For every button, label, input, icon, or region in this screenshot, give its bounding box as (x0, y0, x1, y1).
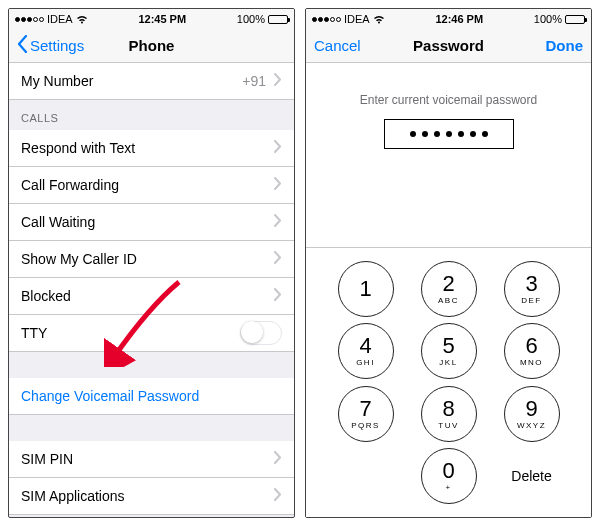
wifi-icon (373, 15, 385, 24)
status-bar: IDEA 12:45 PM 100% (9, 9, 294, 29)
key-letters: MNO (520, 358, 543, 367)
chevron-left-icon (17, 35, 28, 56)
status-bar: IDEA 12:46 PM 100% (306, 9, 591, 29)
row-label: SIM PIN (21, 451, 274, 467)
row-respond-with-text[interactable]: Respond with Text (9, 130, 294, 167)
chevron-right-icon (274, 451, 282, 467)
keypad-key-4[interactable]: 4GHI (324, 320, 407, 382)
keypad-delete-button[interactable]: Delete (490, 445, 573, 507)
key-number: 5 (442, 335, 454, 357)
battery-icon (565, 15, 585, 24)
row-tty[interactable]: TTY (9, 315, 294, 352)
row-blocked[interactable]: Blocked (9, 278, 294, 315)
key-letters: GHI (356, 358, 375, 367)
key-letters: + (445, 483, 451, 492)
row-label: Call Forwarding (21, 177, 274, 193)
carrier-label: IDEA (344, 13, 370, 25)
row-label: My Number (21, 73, 242, 89)
keypad-key-8[interactable]: 8TUV (407, 383, 490, 445)
row-call-waiting[interactable]: Call Waiting (9, 204, 294, 241)
row-call-forwarding[interactable]: Call Forwarding (9, 167, 294, 204)
password-field[interactable] (384, 119, 514, 149)
carrier-label: IDEA (47, 13, 73, 25)
row-label: SIM Applications (21, 488, 274, 504)
row-sim-applications[interactable]: SIM Applications (9, 478, 294, 515)
password-dot (446, 131, 452, 137)
key-number: 3 (525, 273, 537, 295)
key-number: 0 (442, 460, 454, 482)
password-dot (422, 131, 428, 137)
key-letters: WXYZ (517, 421, 546, 430)
signal-dots-icon (312, 17, 341, 22)
key-letters: DEF (521, 296, 542, 305)
key-number: 9 (525, 398, 537, 420)
key-letters: PQRS (351, 421, 380, 430)
cancel-button[interactable]: Cancel (306, 29, 369, 62)
key-letters: ABC (438, 296, 459, 305)
row-my-number[interactable]: My Number +91 (9, 63, 294, 100)
keypad-key-9[interactable]: 9WXYZ (490, 383, 573, 445)
page-title: Phone (129, 37, 175, 54)
key-number: 1 (359, 278, 371, 300)
password-prompt: Enter current voicemail password (306, 93, 591, 107)
chevron-right-icon (274, 288, 282, 304)
battery-percent: 100% (534, 13, 562, 25)
row-label: Respond with Text (21, 140, 274, 156)
keypad-key-5[interactable]: 5JKL (407, 320, 490, 382)
back-label: Settings (30, 37, 84, 54)
status-time: 12:45 PM (138, 13, 186, 25)
row-value: +91 (242, 73, 266, 89)
keypad-key-7[interactable]: 7PQRS (324, 383, 407, 445)
password-dot (410, 131, 416, 137)
status-time: 12:46 PM (435, 13, 483, 25)
key-number: 7 (359, 398, 371, 420)
wifi-icon (76, 15, 88, 24)
key-number: 8 (442, 398, 454, 420)
key-number: 4 (359, 335, 371, 357)
keypad-key-2[interactable]: 2ABC (407, 258, 490, 320)
phone-password-screen: IDEA 12:46 PM 100% Cancel Password Done … (305, 8, 592, 518)
battery-percent: 100% (237, 13, 265, 25)
signal-dots-icon (15, 17, 44, 22)
keypad-key-6[interactable]: 6MNO (490, 320, 573, 382)
battery-icon (268, 15, 288, 24)
nav-bar: Cancel Password Done (306, 29, 591, 63)
back-button[interactable]: Settings (9, 29, 92, 62)
key-letters: TUV (438, 421, 459, 430)
chevron-right-icon (274, 73, 282, 89)
numeric-keypad: 12ABC3DEF4GHI5JKL6MNO7PQRS8TUV9WXYZ0+Del… (306, 247, 591, 517)
row-label: Blocked (21, 288, 274, 304)
row-show-caller-id[interactable]: Show My Caller ID (9, 241, 294, 278)
phone-settings-screen: IDEA 12:45 PM 100% Settings Phone My Num… (8, 8, 295, 518)
row-label: Change Voicemail Password (21, 388, 282, 404)
row-sim-pin[interactable]: SIM PIN (9, 441, 294, 478)
keypad-key-1[interactable]: 1 (324, 258, 407, 320)
password-dot (470, 131, 476, 137)
cancel-label: Cancel (314, 37, 361, 54)
keypad-blank (324, 445, 407, 507)
password-dot (434, 131, 440, 137)
settings-list: My Number +91 CALLS Respond with Text Ca… (9, 63, 294, 517)
row-label: Call Waiting (21, 214, 274, 230)
section-header-calls: CALLS (9, 100, 294, 130)
tty-switch[interactable] (240, 321, 282, 345)
key-letters: JKL (439, 358, 457, 367)
chevron-right-icon (274, 488, 282, 504)
keypad-key-3[interactable]: 3DEF (490, 258, 573, 320)
row-label: Show My Caller ID (21, 251, 274, 267)
key-number: 6 (525, 335, 537, 357)
nav-bar: Settings Phone (9, 29, 294, 63)
done-button[interactable]: Done (538, 29, 592, 62)
keypad-key-0[interactable]: 0+ (407, 445, 490, 507)
row-change-voicemail-password[interactable]: Change Voicemail Password (9, 378, 294, 415)
key-number: 2 (442, 273, 454, 295)
password-dot (458, 131, 464, 137)
chevron-right-icon (274, 251, 282, 267)
chevron-right-icon (274, 214, 282, 230)
password-dot (482, 131, 488, 137)
row-label: TTY (21, 325, 240, 341)
chevron-right-icon (274, 177, 282, 193)
chevron-right-icon (274, 140, 282, 156)
done-label: Done (546, 37, 584, 54)
page-title: Password (413, 37, 484, 54)
